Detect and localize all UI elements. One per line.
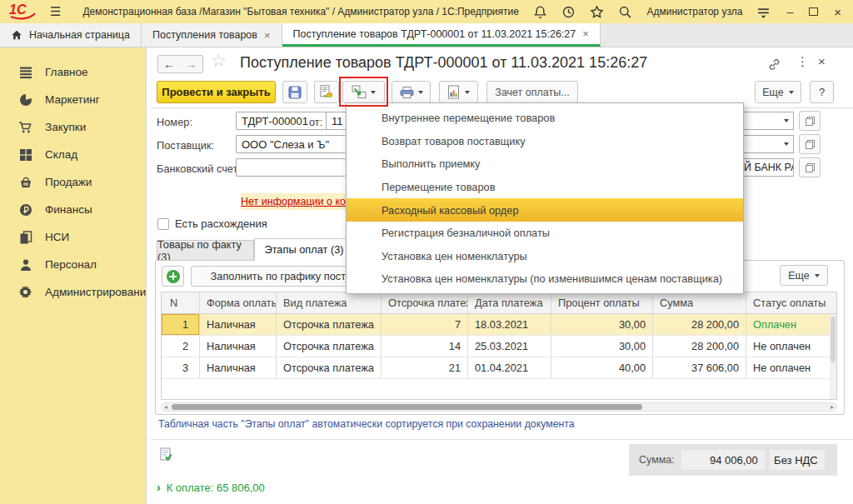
close-document-icon[interactable]: × (818, 54, 826, 68)
table-row[interactable]: 2 Наличная Отсрочка платежа 14 25.03.202… (162, 336, 836, 357)
right-field-2-fragment[interactable] (744, 135, 794, 153)
cell-payment-date[interactable]: 01.04.2021 (468, 357, 551, 378)
sidebar-item-marketing[interactable]: Маркетинг (0, 86, 146, 113)
cell-payment-date[interactable]: 18.03.2021 (468, 314, 551, 335)
dropdown-arrow-icon[interactable] (784, 119, 789, 122)
cell-payment-form[interactable]: Наличная (200, 357, 277, 378)
dropdown-arrow-icon[interactable] (784, 142, 789, 146)
table-vertical-scrollbar[interactable] (830, 315, 836, 399)
maximize-button[interactable] (809, 7, 818, 16)
col-header-payment-form[interactable]: Форма оплаты (200, 292, 277, 313)
close-window-button[interactable]: × (832, 5, 843, 19)
close-tab-icon[interactable]: × (582, 27, 589, 40)
sidebar-item-administrirovanie[interactable]: Администрирование (0, 278, 146, 306)
scroll-left-arrow-icon[interactable]: ◂ (164, 404, 167, 411)
sidebar-item-glavnoe[interactable]: Главное (0, 58, 146, 86)
print-button[interactable] (392, 81, 431, 103)
open-value-button-1[interactable] (799, 111, 821, 131)
discrepancies-checkbox[interactable] (157, 218, 169, 230)
cell-payment-status[interactable]: Оплачен (746, 314, 836, 335)
supplier-field[interactable]: ООО "Слеза и Ъ" (236, 135, 346, 153)
main-menu-icon[interactable]: ☰ (50, 4, 61, 19)
warning-link[interactable]: Нет информации о кон (241, 196, 346, 207)
nav-back-button[interactable]: ← (157, 55, 181, 73)
cell-sum[interactable]: 28 200,00 (653, 314, 746, 335)
menu-item-registratsiya-beznalichnoy[interactable]: Регистрация безналичной оплаты (347, 222, 743, 245)
cell-payment-percent[interactable]: 30,00 (551, 336, 653, 357)
tab-postuplenie-dokument[interactable]: Поступление товаров ТДРТ-000001 от 11.03… (282, 23, 601, 47)
col-header-payment-percent[interactable]: Процент оплаты (551, 292, 653, 313)
col-header-payment-type[interactable]: Вид платежа (277, 292, 382, 313)
favorites-star-icon[interactable] (590, 5, 604, 19)
right-field-1-fragment[interactable] (744, 112, 794, 130)
menu-item-vozvrat-tovarov[interactable]: Возврат товаров поставщику (347, 130, 743, 153)
menu-item-vnutrennee-peremeshchenie[interactable]: Внутреннее перемещение товаров (347, 107, 743, 130)
post-and-close-button[interactable]: Провести и закрыть (157, 81, 276, 103)
cell-deferral[interactable]: 14 (382, 336, 468, 357)
col-header-payment-status[interactable]: Статус оплаты (746, 292, 836, 313)
col-header-sum[interactable]: Сумма (653, 292, 746, 313)
cell-payment-percent[interactable]: 40,00 (551, 357, 653, 378)
add-row-button[interactable] (162, 266, 184, 287)
more-button-top[interactable]: Еще (755, 81, 801, 103)
cell-payment-type[interactable]: Отсрочка платежа (277, 336, 382, 357)
more-actions-dots-icon[interactable]: ⋮ (796, 54, 809, 69)
current-user[interactable]: Администратор узла (646, 6, 742, 17)
cell-sum[interactable]: 37 606,00 (653, 357, 746, 378)
sidebar-item-zakupki[interactable]: Закупки (0, 113, 146, 141)
scrollbar-thumb[interactable] (172, 404, 642, 410)
right-field-3-fragment[interactable]: Й БАНК РА: (744, 158, 794, 177)
date-field[interactable]: 11 (326, 112, 347, 130)
notifications-bell-icon[interactable] (533, 5, 547, 19)
cell-payment-status[interactable]: Не оплачен (746, 357, 836, 378)
table-row[interactable]: 1 Наличная Отсрочка платежа 7 18.03.2021… (162, 314, 836, 336)
menu-item-ustanovka-tsen[interactable]: Установка цен номенклатуры (347, 245, 743, 268)
open-value-button-2[interactable] (799, 134, 821, 154)
cell-payment-form[interactable]: Наличная (200, 336, 277, 357)
sidebar-item-prodazhi[interactable]: Продажи (0, 168, 146, 196)
search-icon[interactable] (618, 5, 632, 19)
post-document-button[interactable] (314, 81, 339, 103)
offset-payment-button[interactable]: Зачет оплаты... (486, 81, 578, 103)
favorite-star-icon[interactable]: ☆ (211, 51, 227, 71)
create-based-on-button[interactable] (342, 81, 385, 103)
cell-n[interactable]: 1 (162, 314, 200, 335)
tab-postupleniya-tovarov[interactable]: Поступления товаров × (142, 23, 282, 47)
scrollbar-thumb[interactable] (831, 317, 836, 362)
table-row[interactable]: 3 Наличная Отсрочка платежа 21 01.04.202… (162, 357, 836, 379)
sidebar-item-personal[interactable]: Персонал (0, 251, 146, 278)
menu-item-rashodny-kassovy-order[interactable]: Расходный кассовый ордер (347, 198, 743, 222)
minimize-button[interactable]: – (785, 5, 795, 18)
tab-etapy-oplat[interactable]: Этапы оплат (3) (254, 238, 354, 261)
col-header-deferral[interactable]: Отсрочка платежа (382, 292, 468, 313)
sidebar-item-finansy[interactable]: Финансы (0, 196, 146, 223)
scroll-right-arrow-icon[interactable]: ▸ (831, 404, 834, 411)
to-pay-link[interactable]: К оплате: 65 806,00 (167, 482, 265, 494)
cell-n[interactable]: 3 (162, 357, 200, 378)
tab-tovary-po-faktu[interactable]: Товары по факту (3) (157, 240, 254, 261)
cell-payment-status[interactable]: Не оплачен (746, 336, 836, 357)
cell-sum[interactable]: 28 200,00 (653, 336, 746, 357)
menu-item-peremeshchenie-tovarov[interactable]: Перемещение товаров (347, 176, 743, 199)
table-horizontal-scrollbar[interactable]: ◂ ▸ (161, 402, 837, 412)
tab-home[interactable]: Начальная страница (0, 23, 142, 47)
menu-item-ustanovka-tsen-izmenivshimsya[interactable]: Установка цен номенклатуры (по изменивши… (347, 267, 743, 291)
service-menu-icon[interactable] (756, 5, 771, 19)
help-button[interactable]: ? (810, 81, 834, 103)
reports-button[interactable] (439, 81, 478, 103)
bank-account-field[interactable] (236, 158, 346, 177)
sidebar-item-nsi[interactable]: НСИ (0, 223, 146, 251)
history-clock-icon[interactable] (561, 5, 576, 19)
close-tab-icon[interactable]: × (264, 29, 271, 42)
nav-forward-button[interactable]: → (180, 55, 203, 73)
get-link-icon[interactable] (767, 57, 781, 74)
open-value-button-3[interactable] (799, 157, 821, 177)
cell-payment-form[interactable]: Наличная (200, 314, 277, 335)
menu-item-vypolnit-priemku[interactable]: Выполнить приемку (347, 152, 743, 176)
cell-n[interactable]: 2 (162, 336, 200, 357)
cell-deferral[interactable]: 7 (382, 314, 468, 335)
cell-payment-date[interactable]: 25.03.2021 (468, 336, 551, 357)
col-header-n[interactable]: N (162, 292, 200, 313)
to-pay-section[interactable]: › К оплате: 65 806,00 (157, 481, 265, 494)
save-button[interactable] (282, 81, 307, 103)
